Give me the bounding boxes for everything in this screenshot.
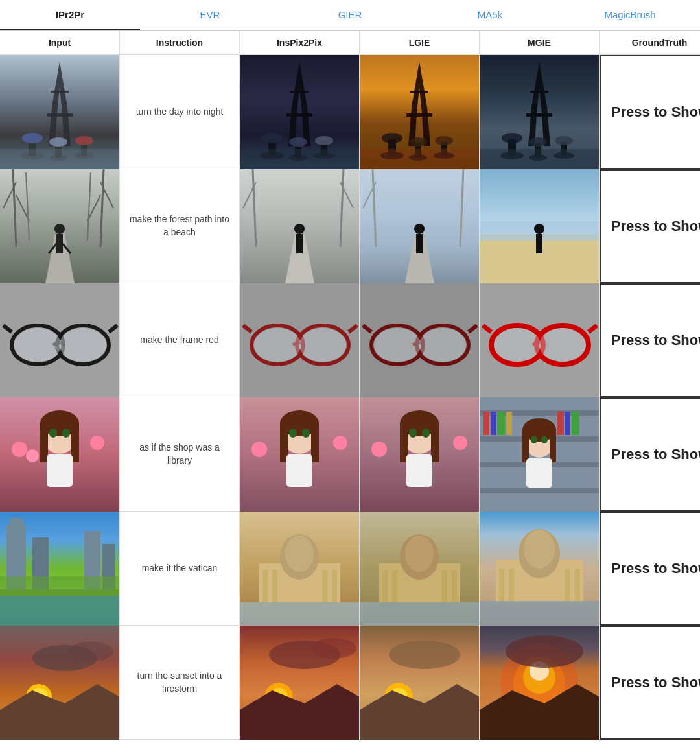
svg-point-34 bbox=[382, 133, 402, 143]
tab-evr[interactable]: EVR bbox=[140, 0, 280, 30]
inspix2pix-image-6 bbox=[240, 626, 360, 740]
svg-point-112 bbox=[419, 328, 466, 362]
input-image-forest bbox=[0, 169, 120, 283]
svg-rect-67 bbox=[56, 234, 63, 253]
svg-point-183 bbox=[285, 536, 314, 572]
svg-rect-3 bbox=[47, 113, 73, 117]
svg-rect-2 bbox=[51, 91, 69, 93]
svg-rect-27 bbox=[240, 149, 360, 169]
svg-point-37 bbox=[409, 137, 427, 147]
table-row: make it the vatican bbox=[0, 512, 700, 626]
svg-point-218 bbox=[311, 638, 356, 659]
svg-rect-173 bbox=[10, 518, 23, 531]
svg-rect-159 bbox=[497, 412, 505, 435]
tab-magicbrush[interactable]: MagicBrush bbox=[560, 0, 700, 30]
svg-point-88 bbox=[534, 224, 544, 234]
svg-point-95 bbox=[14, 328, 61, 362]
instruction-text-5: make it the vatican bbox=[120, 512, 240, 626]
tab-ipr2pr[interactable]: IPr2Pr bbox=[0, 0, 140, 30]
svg-rect-84 bbox=[416, 234, 423, 253]
svg-rect-185 bbox=[272, 570, 277, 602]
svg-point-212 bbox=[68, 642, 113, 661]
svg-point-125 bbox=[49, 429, 57, 438]
svg-point-48 bbox=[502, 133, 522, 143]
svg-point-150 bbox=[453, 436, 467, 450]
svg-point-201 bbox=[524, 530, 555, 569]
col-header-mgie: MGIE bbox=[480, 31, 600, 54]
press-to-show-2[interactable]: Press to Show bbox=[600, 169, 700, 283]
instruction-text-3: make the frame red bbox=[120, 283, 240, 397]
svg-rect-194 bbox=[392, 570, 397, 602]
press-to-show-5[interactable]: Press to Show bbox=[600, 512, 700, 626]
svg-rect-41 bbox=[360, 149, 480, 169]
mgie-image-5 bbox=[480, 512, 600, 626]
svg-rect-160 bbox=[506, 412, 512, 435]
svg-point-40 bbox=[435, 136, 453, 145]
table-row: as if the shop was a library bbox=[0, 397, 700, 512]
mgie-image-1 bbox=[480, 55, 600, 169]
svg-point-128 bbox=[12, 442, 27, 457]
lgie-image-6 bbox=[360, 626, 480, 740]
svg-rect-144 bbox=[400, 423, 408, 462]
col-header-inspix2pix: InsPix2Pix bbox=[240, 31, 360, 54]
svg-point-111 bbox=[374, 328, 421, 362]
mgie-image-2 bbox=[480, 169, 600, 283]
col-header-input: Input bbox=[0, 31, 120, 54]
press-to-show-1[interactable]: Press to Show bbox=[600, 55, 700, 169]
col-header-lgie: LGIE bbox=[360, 31, 480, 54]
svg-rect-193 bbox=[382, 570, 388, 602]
svg-rect-77 bbox=[296, 234, 303, 253]
svg-rect-170 bbox=[526, 458, 552, 488]
press-to-show-6[interactable]: Press to Show bbox=[600, 626, 700, 740]
instruction-text-6: turn the sunset into a firestorm bbox=[120, 626, 240, 740]
svg-rect-203 bbox=[509, 569, 514, 602]
svg-point-98 bbox=[60, 346, 65, 350]
input-image-anime bbox=[0, 397, 120, 512]
svg-rect-45 bbox=[526, 113, 552, 117]
svg-point-139 bbox=[251, 442, 267, 457]
svg-point-230 bbox=[506, 635, 583, 668]
svg-point-66 bbox=[54, 224, 65, 234]
svg-rect-158 bbox=[491, 412, 496, 435]
press-to-show-4[interactable]: Press to Show bbox=[600, 397, 700, 512]
svg-rect-187 bbox=[332, 570, 337, 602]
lgie-image-1 bbox=[360, 55, 480, 169]
lgie-image-5 bbox=[360, 512, 480, 626]
svg-rect-162 bbox=[565, 412, 570, 435]
svg-point-169 bbox=[541, 436, 548, 443]
svg-rect-166 bbox=[522, 430, 529, 462]
press-to-show-3[interactable]: Press to Show bbox=[600, 283, 700, 397]
svg-point-192 bbox=[405, 536, 434, 572]
svg-rect-127 bbox=[47, 454, 73, 487]
tab-gier[interactable]: GIER bbox=[280, 0, 420, 30]
svg-point-54 bbox=[555, 136, 573, 145]
svg-point-20 bbox=[262, 133, 283, 143]
svg-point-130 bbox=[90, 436, 104, 450]
instruction-text-2: make the forest path into a beach bbox=[120, 169, 240, 283]
svg-rect-161 bbox=[557, 412, 564, 435]
svg-point-140 bbox=[333, 436, 347, 450]
svg-point-105 bbox=[299, 328, 346, 362]
lgie-image-2 bbox=[360, 169, 480, 283]
input-image-sunset bbox=[0, 626, 120, 740]
inspix2pix-image-2 bbox=[240, 169, 360, 283]
svg-rect-55 bbox=[480, 149, 600, 169]
svg-rect-123 bbox=[40, 423, 48, 462]
inspix2pix-image-1 bbox=[240, 55, 360, 169]
svg-rect-205 bbox=[575, 569, 580, 602]
svg-rect-204 bbox=[565, 569, 570, 602]
mgie-image-3 bbox=[480, 283, 600, 397]
svg-rect-156 bbox=[480, 488, 600, 493]
svg-rect-145 bbox=[431, 423, 439, 462]
lgie-image-4 bbox=[360, 397, 480, 512]
svg-point-51 bbox=[529, 137, 547, 147]
svg-rect-30 bbox=[410, 91, 428, 93]
svg-rect-124 bbox=[71, 423, 79, 462]
svg-rect-163 bbox=[572, 412, 579, 435]
svg-point-104 bbox=[254, 328, 301, 362]
svg-rect-206 bbox=[480, 601, 600, 626]
svg-point-146 bbox=[409, 429, 417, 438]
tab-ma5k[interactable]: MA5k bbox=[420, 0, 560, 30]
col-header-instruction: Instruction bbox=[120, 31, 240, 54]
svg-point-9 bbox=[49, 137, 67, 147]
